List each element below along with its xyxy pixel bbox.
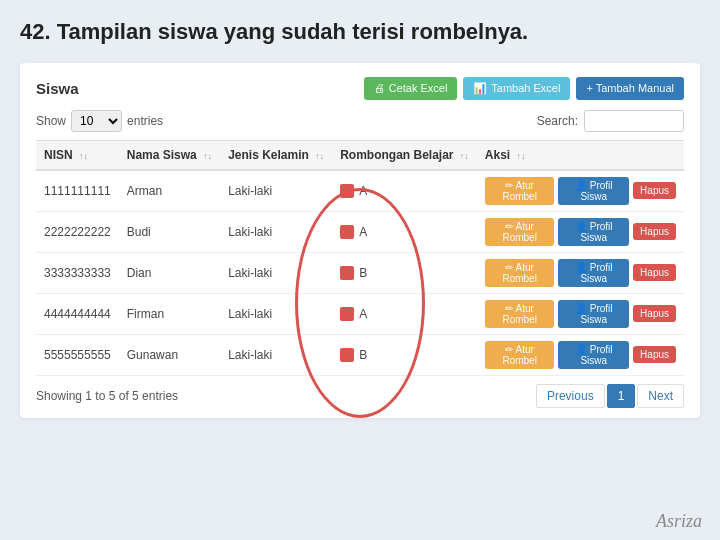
profil-siswa-button[interactable]: 👤 Profil Siswa (558, 341, 629, 369)
hapus-button[interactable]: Hapus (633, 346, 676, 363)
cell-jenis: Laki-laki (220, 252, 332, 293)
page-title: 42. Tampilan siswa yang sudah terisi rom… (20, 18, 700, 47)
col-nama: Nama Siswa ↑↓ (119, 140, 220, 170)
show-label: Show (36, 114, 66, 128)
profil-siswa-button[interactable]: 👤 Profil Siswa (558, 300, 629, 328)
table-row: 3333333333DianLaki-lakiB ✏ Atur Rombel 👤… (36, 252, 684, 293)
cell-nisn: 2222222222 (36, 211, 119, 252)
sort-icon-aksi: ↑↓ (517, 151, 526, 161)
cell-nama: Arman (119, 170, 220, 212)
atur-rombel-button[interactable]: ✏ Atur Rombel (485, 259, 555, 287)
cell-nisn: 1111111111 (36, 170, 119, 212)
table-body: 1111111111ArmanLaki-lakiA ✏ Atur Rombel … (36, 170, 684, 376)
col-rombel: Rombongan Belajar ↑↓ (332, 140, 477, 170)
table-row: 4444444444FirmanLaki-lakiA ✏ Atur Rombel… (36, 293, 684, 334)
cell-aksi: ✏ Atur Rombel 👤 Profil Siswa Hapus (477, 334, 684, 375)
table-footer: Showing 1 to 5 of 5 entries Previous 1 N… (36, 384, 684, 408)
atur-rombel-button[interactable]: ✏ Atur Rombel (485, 218, 555, 246)
cell-nisn: 4444444444 (36, 293, 119, 334)
table-controls: Show 10 25 50 100 entries Search: (36, 110, 684, 132)
printer-icon: 🖨 (374, 82, 385, 94)
cell-jenis: Laki-laki (220, 170, 332, 212)
atur-rombel-button[interactable]: ✏ Atur Rombel (485, 300, 555, 328)
page-container: 42. Tampilan siswa yang sudah terisi rom… (0, 0, 720, 540)
cell-aksi: ✏ Atur Rombel 👤 Profil Siswa Hapus (477, 211, 684, 252)
entries-label: entries (127, 114, 163, 128)
cell-nisn: 5555555555 (36, 334, 119, 375)
sort-icon-jenis: ↑↓ (315, 151, 324, 161)
cell-aksi: ✏ Atur Rombel 👤 Profil Siswa Hapus (477, 252, 684, 293)
hapus-button[interactable]: Hapus (633, 182, 676, 199)
sort-icon-nama: ↑↓ (203, 151, 212, 161)
cell-rombel: B (332, 334, 477, 375)
cell-aksi: ✏ Atur Rombel 👤 Profil Siswa Hapus (477, 170, 684, 212)
cell-jenis: Laki-laki (220, 334, 332, 375)
cell-rombel: A (332, 293, 477, 334)
table-row: 1111111111ArmanLaki-lakiA ✏ Atur Rombel … (36, 170, 684, 212)
excel-icon: 📊 (473, 82, 487, 95)
search-box: Search: (537, 110, 684, 132)
hapus-button[interactable]: Hapus (633, 305, 676, 322)
pagination: Previous 1 Next (536, 384, 684, 408)
rombel-value: B (359, 348, 367, 362)
card-header: Siswa 🖨 Cetak Excel 📊 Tambah Excel + Tam… (36, 77, 684, 100)
rombel-value: A (359, 225, 367, 239)
table-row: 5555555555GunawanLaki-lakiB ✏ Atur Rombe… (36, 334, 684, 375)
rombel-icon (340, 348, 354, 362)
rombel-icon (340, 266, 354, 280)
cell-nisn: 3333333333 (36, 252, 119, 293)
cell-aksi: ✏ Atur Rombel 👤 Profil Siswa Hapus (477, 293, 684, 334)
table-header-row: NISN ↑↓ Nama Siswa ↑↓ Jenis Kelamin ↑↓ R… (36, 140, 684, 170)
profil-siswa-button[interactable]: 👤 Profil Siswa (558, 177, 629, 205)
sort-icon-nisn: ↑↓ (79, 151, 88, 161)
main-card: Siswa 🖨 Cetak Excel 📊 Tambah Excel + Tam… (20, 63, 700, 418)
col-nisn: NISN ↑↓ (36, 140, 119, 170)
rombel-value: B (359, 266, 367, 280)
cell-nama: Gunawan (119, 334, 220, 375)
rombel-icon (340, 307, 354, 321)
profil-siswa-button[interactable]: 👤 Profil Siswa (558, 218, 629, 246)
col-aksi: Aksi ↑↓ (477, 140, 684, 170)
sort-icon-rombel: ↑↓ (460, 151, 469, 161)
rombel-icon (340, 184, 354, 198)
search-label: Search: (537, 114, 578, 128)
entries-select[interactable]: 10 25 50 100 (71, 110, 122, 132)
page-1-button[interactable]: 1 (607, 384, 636, 408)
cell-rombel: A (332, 211, 477, 252)
rombel-value: A (359, 184, 367, 198)
show-entries: Show 10 25 50 100 entries (36, 110, 163, 132)
table-row: 2222222222BudiLaki-lakiA ✏ Atur Rombel 👤… (36, 211, 684, 252)
hapus-button[interactable]: Hapus (633, 223, 676, 240)
cell-jenis: Laki-laki (220, 211, 332, 252)
search-input[interactable] (584, 110, 684, 132)
atur-rombel-button[interactable]: ✏ Atur Rombel (485, 177, 555, 205)
col-jenis: Jenis Kelamin ↑↓ (220, 140, 332, 170)
cell-nama: Dian (119, 252, 220, 293)
rombel-value: A (359, 307, 367, 321)
tambah-excel-button[interactable]: 📊 Tambah Excel (463, 77, 570, 100)
cell-rombel: B (332, 252, 477, 293)
rombel-icon (340, 225, 354, 239)
card-section-title: Siswa (36, 80, 79, 97)
next-button[interactable]: Next (637, 384, 684, 408)
cell-nama: Firman (119, 293, 220, 334)
previous-button[interactable]: Previous (536, 384, 605, 408)
watermark: Asriza (656, 511, 702, 532)
action-buttons: 🖨 Cetak Excel 📊 Tambah Excel + Tambah Ma… (364, 77, 684, 100)
atur-rombel-button[interactable]: ✏ Atur Rombel (485, 341, 555, 369)
cetak-excel-button[interactable]: 🖨 Cetak Excel (364, 77, 458, 100)
hapus-button[interactable]: Hapus (633, 264, 676, 281)
cell-jenis: Laki-laki (220, 293, 332, 334)
cell-nama: Budi (119, 211, 220, 252)
cell-rombel: A (332, 170, 477, 212)
profil-siswa-button[interactable]: 👤 Profil Siswa (558, 259, 629, 287)
tambah-manual-button[interactable]: + Tambah Manual (576, 77, 684, 100)
students-table: NISN ↑↓ Nama Siswa ↑↓ Jenis Kelamin ↑↓ R… (36, 140, 684, 376)
showing-info: Showing 1 to 5 of 5 entries (36, 389, 178, 403)
